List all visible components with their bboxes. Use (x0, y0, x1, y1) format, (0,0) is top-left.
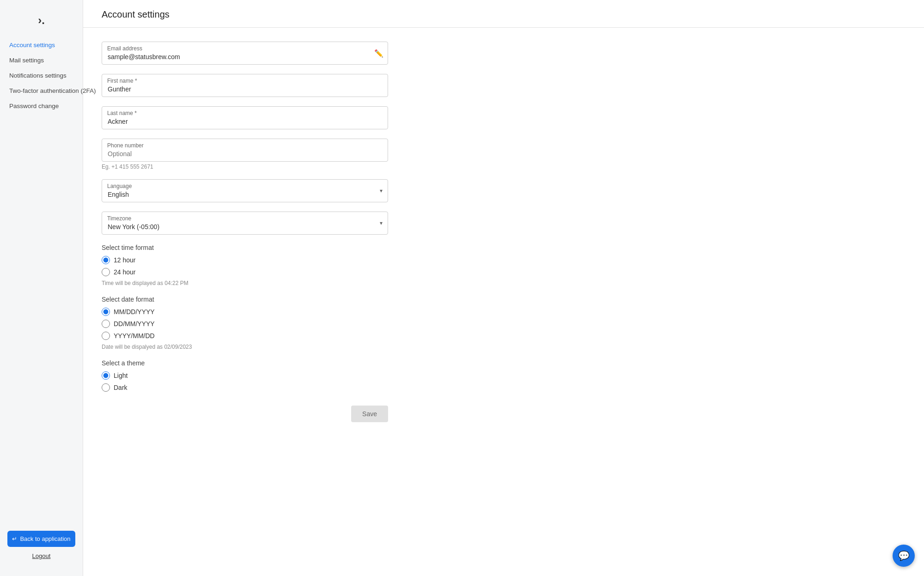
language-field-group: Language English ▾ (102, 179, 388, 202)
pencil-icon: ✏️ (374, 49, 383, 57)
date-format-mmddyyyy-option[interactable]: MM/DD/YYYY (102, 308, 388, 316)
phone-field-group: Phone number Eg. +1 415 555 2671 (102, 139, 388, 170)
timezone-select[interactable]: New York (-05:00) (102, 212, 388, 235)
sidebar-item-mail-settings[interactable]: Mail settings (7, 53, 83, 67)
time-format-title: Select time format (102, 244, 388, 251)
language-select-wrapper: English ▾ (102, 179, 388, 202)
sidebar-item-account-settings[interactable]: Account settings (7, 38, 83, 52)
timezone-select-wrapper: New York (-05:00) ▾ (102, 212, 388, 235)
time-format-24hour-radio[interactable] (102, 268, 110, 276)
sidebar-bottom: ↵ Back to application Logout (0, 523, 83, 567)
date-format-yyyymmdd-radio[interactable] (102, 332, 110, 340)
edit-email-button[interactable]: ✏️ (374, 49, 383, 58)
page-header: Account settings (83, 0, 924, 28)
logout-button[interactable]: Logout (7, 552, 75, 559)
phone-input[interactable] (102, 139, 388, 162)
sidebar: ›. Account settings Mail settings Notifi… (0, 0, 83, 576)
first-name-field-group: First name * (102, 74, 388, 97)
chat-button[interactable]: 💬 (893, 545, 915, 567)
date-format-yyyymmdd-label: YYYY/MM/DD (114, 332, 155, 340)
back-icon: ↵ (12, 535, 17, 542)
account-settings-form: Email address ✏️ First name * Last name … (83, 28, 407, 436)
theme-light-label: Light (114, 372, 128, 379)
time-format-24hour-option[interactable]: 24 hour (102, 268, 388, 276)
theme-light-radio[interactable] (102, 371, 110, 380)
theme-dark-radio[interactable] (102, 383, 110, 392)
language-select[interactable]: English (102, 179, 388, 202)
time-format-12hour-radio[interactable] (102, 256, 110, 264)
date-format-mmddyyyy-label: MM/DD/YYYY (114, 308, 155, 315)
date-format-ddmmyyyy-label: DD/MM/YYYY (114, 320, 155, 327)
time-format-24hour-label: 24 hour (114, 268, 135, 276)
sidebar-item-two-factor-auth[interactable]: Two-factor authentication (2FA) (7, 84, 83, 98)
time-format-12hour-label: 12 hour (114, 256, 135, 264)
page-title: Account settings (102, 9, 906, 20)
date-format-yyyymmdd-option[interactable]: YYYY/MM/DD (102, 332, 388, 340)
timezone-field-group: Timezone New York (-05:00) ▾ (102, 212, 388, 235)
back-btn-label: Back to application (20, 535, 70, 542)
sidebar-item-password-change[interactable]: Password change (7, 99, 83, 113)
last-name-input[interactable] (102, 106, 388, 129)
sidebar-item-notifications-settings[interactable]: Notifications settings (7, 68, 83, 83)
email-field-group: Email address ✏️ (102, 42, 388, 65)
time-format-12hour-option[interactable]: 12 hour (102, 256, 388, 264)
theme-group: Select a theme Light Dark (102, 359, 388, 392)
theme-title: Select a theme (102, 359, 388, 367)
theme-dark-label: Dark (114, 384, 128, 391)
email-input[interactable] (102, 42, 388, 65)
date-format-title: Select date format (102, 296, 388, 303)
date-format-mmddyyyy-radio[interactable] (102, 308, 110, 316)
main-content: Account settings Email address ✏️ First … (83, 0, 924, 576)
time-format-hint: Time will be displayed as 04:22 PM (102, 280, 388, 286)
first-name-input[interactable] (102, 74, 388, 97)
date-format-hint: Date will be dispalyed as 02/09/2023 (102, 344, 388, 350)
date-format-ddmmyyyy-radio[interactable] (102, 320, 110, 328)
theme-dark-option[interactable]: Dark (102, 383, 388, 392)
phone-hint: Eg. +1 415 555 2671 (102, 164, 388, 170)
app-logo: ›. (0, 9, 83, 38)
save-button[interactable]: Save (351, 406, 388, 422)
sidebar-nav: Account settings Mail settings Notificat… (0, 38, 83, 523)
chat-icon: 💬 (898, 550, 910, 561)
date-format-group: Select date format MM/DD/YYYY DD/MM/YYYY… (102, 296, 388, 350)
back-to-application-button[interactable]: ↵ Back to application (7, 531, 75, 547)
date-format-ddmmyyyy-option[interactable]: DD/MM/YYYY (102, 320, 388, 328)
theme-light-option[interactable]: Light (102, 371, 388, 380)
last-name-field-group: Last name * (102, 106, 388, 129)
time-format-group: Select time format 12 hour 24 hour Time … (102, 244, 388, 286)
